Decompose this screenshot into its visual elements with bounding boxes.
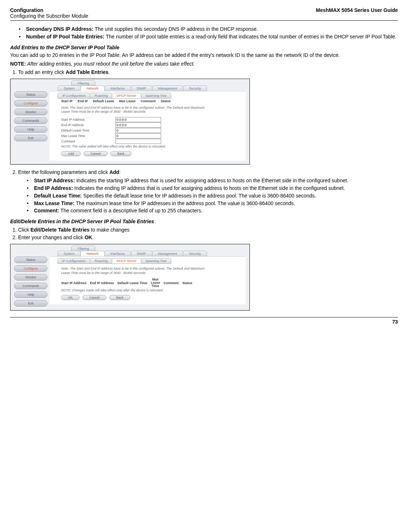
tab-network[interactable]: Network xyxy=(80,251,105,256)
panel-note-reboot: NOTE: Changes made will take effect only… xyxy=(61,288,246,292)
back-button[interactable]: Back xyxy=(109,295,130,300)
panel-note: Note: The Start and End IP address have … xyxy=(61,267,213,275)
list-item: Secondary DNS IP Address: The unit suppl… xyxy=(19,26,398,33)
list-item: Start IP Address: Indicates the starting… xyxy=(27,177,398,184)
deflease-input[interactable] xyxy=(115,128,161,133)
subtab-dhcp[interactable]: DHCP Server xyxy=(112,93,141,99)
main-column: Filtering System Network Interfaces SNMP… xyxy=(50,244,249,310)
step-text: Click xyxy=(18,227,30,233)
tab-interfaces[interactable]: Interfaces xyxy=(104,86,131,91)
sidebar-item-configure[interactable]: Configure xyxy=(14,265,47,272)
main-tab-row: System Network Interfaces SNMP Managemen… xyxy=(58,251,246,256)
main-column: Filtering System Network Interfaces SNMP… xyxy=(50,79,249,164)
list-item: Enter your changes and click OK. xyxy=(18,234,398,241)
deflease-label: Default Lease Time xyxy=(61,129,115,132)
bullet-label: Default Lease Time: xyxy=(34,193,82,199)
step-bold: Add Table Entries xyxy=(66,69,109,75)
note-text: After adding entries, you must reboot th… xyxy=(26,61,195,67)
tab-security[interactable]: Security xyxy=(183,251,207,256)
list-item: Comment: The comment field is a descript… xyxy=(27,207,398,214)
tab-snmp[interactable]: SNMP xyxy=(131,86,152,91)
step-bold: OK xyxy=(85,234,92,240)
subtab-ipconf[interactable]: IP Configuration xyxy=(58,258,90,264)
col-deflease: Default Lease Time xyxy=(118,281,147,285)
col-maxlease: MaxLeaseTime xyxy=(151,278,160,288)
ok-button[interactable]: OK xyxy=(61,295,80,300)
step-text: : xyxy=(119,169,121,175)
step-bold: Edit/Delete Table Entries xyxy=(30,227,89,233)
sidebar-item-status[interactable]: Status xyxy=(14,257,47,263)
tab-filtering[interactable]: Filtering xyxy=(71,80,95,86)
sidebar-item-configure[interactable]: Configure xyxy=(14,100,47,107)
button-row: Add Cancel Back xyxy=(61,151,246,156)
cancel-button[interactable]: Cancel xyxy=(83,295,106,300)
edit-steps-list: Click Edit/Delete Table Entries to make … xyxy=(10,226,398,241)
sidebar-item-help[interactable]: Help xyxy=(14,291,47,298)
sidebar-item-monitor[interactable]: Monitor xyxy=(14,109,47,115)
col-endip: End IP Address xyxy=(90,281,114,285)
subtab-spanning[interactable]: Spanning Tree xyxy=(141,258,172,264)
sidebar-item-help[interactable]: Help xyxy=(14,126,47,133)
add-button[interactable]: Add xyxy=(61,151,81,156)
panel-note: Note: The Start and End IP address have … xyxy=(61,106,213,114)
panel-note-reboot: NOTE: The value added will take effect o… xyxy=(61,145,246,148)
add-section-note: NOTE: After adding entries, you must reb… xyxy=(10,61,398,67)
main-tab-row: System Network Interfaces SNMP Managemen… xyxy=(58,86,246,91)
bullet-text: Indicates the starting IP address that i… xyxy=(75,178,348,183)
endip-input[interactable] xyxy=(115,122,161,128)
list-item: End IP Address: Indicates the ending IP … xyxy=(27,185,398,192)
tab-management[interactable]: Management xyxy=(152,251,184,256)
header-guide: MeshMAX 5054 Series User Guide xyxy=(316,7,398,13)
list-item: Number of IP Pool Table Entries: The num… xyxy=(19,33,398,40)
header-subtitle: Configuring the Subscriber Module xyxy=(10,13,88,19)
step-text: . xyxy=(92,234,94,240)
maxlease-input[interactable] xyxy=(115,133,161,138)
sidebar-item-monitor[interactable]: Monitor xyxy=(14,274,47,280)
page-number: 73 xyxy=(10,319,398,325)
screenshot-add-entry: Status Configure Monitor Commands Help E… xyxy=(10,79,250,165)
bullet-label: End IP Address: xyxy=(34,185,73,191)
step-bold: Add xyxy=(109,169,119,175)
bullet-text: The maximum lease time for IP addresses … xyxy=(75,200,295,206)
cancel-button[interactable]: Cancel xyxy=(84,151,108,156)
top-tab-row: Filtering xyxy=(71,246,246,251)
tab-system[interactable]: System xyxy=(58,251,81,256)
tab-management[interactable]: Management xyxy=(152,86,184,91)
list-item: Click Edit/Delete Table Entries to make … xyxy=(18,226,398,233)
subtab-roaming[interactable]: Roaming xyxy=(90,258,112,264)
subtab-ipconf[interactable]: IP Configuration xyxy=(58,93,90,99)
sub-tab-row: IP Configuration Roaming DHCP Server Spa… xyxy=(58,93,246,99)
subtab-roaming[interactable]: Roaming xyxy=(90,93,112,99)
tab-network[interactable]: Network xyxy=(80,86,105,91)
startip-input[interactable] xyxy=(115,117,161,122)
add-steps-list: To add an entry click Add Table Entries. xyxy=(10,69,398,76)
sidebar-item-status[interactable]: Status xyxy=(14,91,47,98)
header-rule xyxy=(10,20,398,21)
param-bullet-list: Start IP Address: Indicates the starting… xyxy=(18,177,398,214)
sidebar-item-commands[interactable]: Commands xyxy=(14,117,47,124)
form-row: Default Lease Time xyxy=(61,128,246,133)
sub-tab-row: IP Configuration Roaming DHCP Server Spa… xyxy=(58,258,246,264)
add-section-para: You can add up to 20 entries in the IP P… xyxy=(10,52,398,59)
tab-filtering[interactable]: Filtering xyxy=(71,246,95,251)
col-maxlease: Max Lease xyxy=(119,99,136,103)
column-headers-edit: Start IP Address End IP Address Default … xyxy=(61,278,246,288)
back-button[interactable]: Back xyxy=(110,151,131,156)
col-endip: End IP xyxy=(78,99,88,103)
sidebar-item-exit[interactable]: Exit xyxy=(14,300,47,307)
tab-snmp[interactable]: SNMP xyxy=(131,251,152,256)
subtab-spanning[interactable]: Spanning Tree xyxy=(141,93,172,99)
tab-security[interactable]: Security xyxy=(183,86,207,91)
subtab-dhcp[interactable]: DHCP Server xyxy=(112,258,141,264)
comment-input[interactable] xyxy=(115,139,161,144)
col-status: Status xyxy=(161,99,171,103)
col-status: Status xyxy=(182,281,192,285)
bullet-text: Indicates the ending IP address that is … xyxy=(73,185,345,191)
page-header: Configuration Configuring the Subscriber… xyxy=(10,7,398,19)
bullet-text: The number of IP pool table entries is a… xyxy=(105,34,397,40)
sidebar-item-exit[interactable]: Exit xyxy=(14,135,47,141)
tab-interfaces[interactable]: Interfaces xyxy=(104,251,131,256)
header-left: Configuration Configuring the Subscriber… xyxy=(10,7,88,19)
sidebar-item-commands[interactable]: Commands xyxy=(14,283,47,289)
tab-system[interactable]: System xyxy=(58,86,81,91)
